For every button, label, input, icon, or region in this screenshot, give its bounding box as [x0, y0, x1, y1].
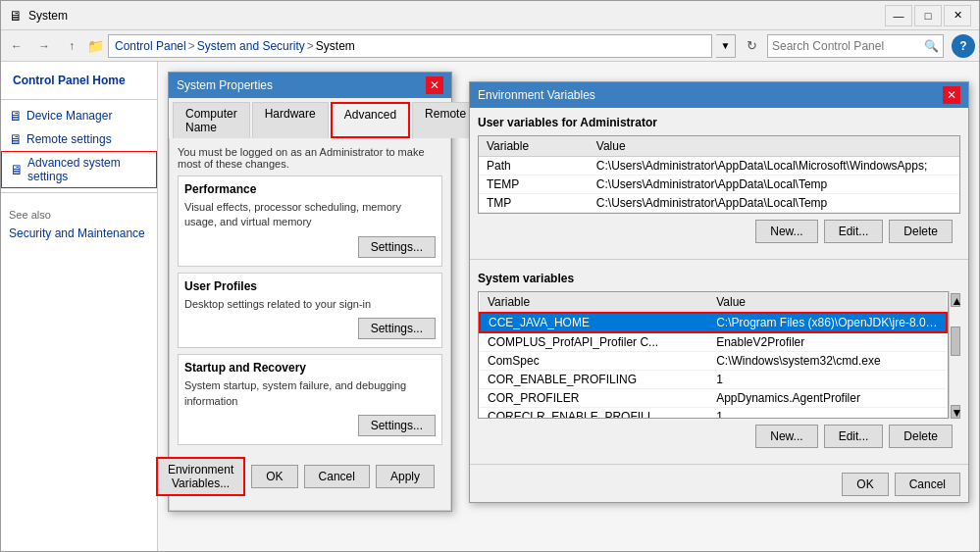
user-var-path-name: Path: [479, 157, 589, 176]
user-profiles-text: Desktop settings related to your sign-in: [184, 297, 436, 312]
env-vars-footer: OK Cancel: [470, 467, 968, 502]
user-var-tmp-value: C:\Users\Administrator\AppData\Local\Tem…: [589, 194, 959, 213]
address-path[interactable]: Control Panel > System and Security > Sy…: [108, 34, 712, 58]
user-var-col-value: Value: [589, 136, 959, 157]
table-row[interactable]: COR_ENABLE_PROFILING 1: [480, 371, 947, 389]
env-section-divider: [470, 259, 968, 260]
startup-recovery-settings-button[interactable]: Settings...: [358, 415, 436, 436]
address-dropdown[interactable]: ▼: [716, 34, 736, 58]
system-props-title: System Properties: [177, 78, 273, 92]
performance-title: Performance: [184, 182, 436, 196]
system-props-ok-button[interactable]: OK: [251, 465, 297, 488]
folder-icon: 📁: [87, 38, 104, 54]
window-title: System: [28, 9, 885, 23]
see-also-security[interactable]: Security and Maintenance: [1, 225, 157, 242]
env-vars-close-button[interactable]: ✕: [943, 86, 960, 104]
user-var-path-value: C:\Users\Administrator\AppData\Local\Mic…: [589, 157, 959, 176]
table-row[interactable]: CORECLR_ENABLE_PROFILI... 1: [480, 408, 947, 420]
close-button[interactable]: ✕: [944, 5, 971, 26]
device-manager-icon: 🖥: [9, 108, 23, 124]
performance-settings-button[interactable]: Settings...: [358, 236, 436, 258]
sys-var-comspec-name: ComSpec: [480, 352, 708, 371]
scroll-thumb[interactable]: [951, 326, 960, 356]
tab-advanced[interactable]: Advanced: [331, 102, 410, 138]
scroll-arrow-down[interactable]: ▼: [951, 405, 960, 419]
remote-settings-icon: 🖥: [9, 131, 23, 147]
sidebar-item-device-manager[interactable]: 🖥 Device Manager: [1, 104, 157, 127]
path-control-panel[interactable]: Control Panel: [115, 39, 186, 53]
minimize-button[interactable]: —: [885, 5, 912, 26]
table-row[interactable]: TEMP C:\Users\Administrator\AppData\Loca…: [479, 176, 959, 194]
tab-computer-name[interactable]: Computer Name: [173, 102, 250, 138]
user-profiles-title: User Profiles: [184, 279, 436, 293]
search-box[interactable]: 🔍: [767, 34, 944, 58]
forward-button[interactable]: →: [32, 34, 56, 58]
user-var-temp-name: TEMP: [479, 176, 589, 194]
main-window: 🖥 System — □ ✕ ← → ↑ 📁 Control Panel > S…: [0, 0, 980, 552]
back-button[interactable]: ←: [5, 34, 28, 58]
sidebar-home[interactable]: Control Panel Home: [1, 70, 157, 95]
system-vars-table-scroll[interactable]: Variable Value CCE_JAVA_HOME C:\Program …: [478, 291, 949, 419]
sys-var-coreclr-enable-name: CORECLR_ENABLE_PROFILI...: [480, 408, 708, 420]
user-vars-new-button[interactable]: New...: [755, 220, 817, 243]
user-var-temp-value: C:\Users\Administrator\AppData\Local\Tem…: [589, 176, 959, 194]
table-row[interactable]: TMP C:\Users\Administrator\AppData\Local…: [479, 194, 959, 213]
table-row[interactable]: Path C:\Users\Administrator\AppData\Loca…: [479, 157, 959, 176]
performance-text: Visual effects, processor scheduling, me…: [184, 200, 436, 230]
sidebar: Control Panel Home 🖥 Device Manager 🖥 Re…: [1, 62, 158, 551]
sys-var-col-value: Value: [708, 292, 947, 313]
startup-recovery-title: Startup and Recovery: [184, 361, 436, 375]
user-vars-section: User variables for Administrator Variabl…: [470, 108, 968, 257]
title-bar: 🖥 System — □ ✕: [1, 1, 979, 30]
env-vars-cancel-button[interactable]: Cancel: [895, 473, 960, 496]
sidebar-divider-2: [1, 192, 157, 193]
window-icon: 🖥: [9, 8, 23, 24]
environment-variables-button[interactable]: Environment Variables...: [156, 457, 245, 496]
remote-settings-label: Remote settings: [26, 132, 112, 146]
scrollbar[interactable]: ▲ ▼: [949, 291, 960, 419]
user-vars-table: Variable Value Path C:\Users\Administrat…: [479, 136, 959, 213]
user-vars-delete-button[interactable]: Delete: [889, 220, 953, 243]
search-icon[interactable]: 🔍: [924, 39, 939, 53]
system-props-close-button[interactable]: ✕: [426, 76, 443, 94]
system-vars-section: System variables Variable Value: [470, 264, 968, 462]
scroll-arrow-up[interactable]: ▲: [951, 293, 960, 307]
table-row[interactable]: COMPLUS_ProfAPI_Profiler C... EnableV2Pr…: [480, 332, 947, 352]
device-manager-label: Device Manager: [26, 109, 112, 123]
sys-var-cor-profiler-name: COR_PROFILER: [480, 389, 708, 408]
system-props-footer: Environment Variables... OK Cancel Apply: [178, 451, 442, 502]
user-vars-table-scroll[interactable]: Variable Value Path C:\Users\Administrat…: [478, 135, 960, 214]
content-area: Control Panel Home 🖥 Device Manager 🖥 Re…: [1, 62, 979, 551]
performance-section: Performance Visual effects, processor sc…: [178, 176, 442, 267]
sidebar-item-advanced-system[interactable]: 🖥 Advanced system settings: [1, 151, 157, 188]
path-system[interactable]: System: [316, 39, 355, 53]
system-vars-delete-button[interactable]: Delete: [889, 425, 953, 448]
system-props-cancel-button[interactable]: Cancel: [304, 465, 370, 488]
table-row[interactable]: COR_PROFILER AppDynamics.AgentProfiler: [480, 389, 947, 408]
up-button[interactable]: ↑: [60, 34, 83, 58]
user-vars-title: User variables for Administrator: [478, 116, 960, 129]
sys-var-cce-value: C:\Program Files (x86)\OpenJDK\jre-8.0.2…: [708, 313, 947, 332]
tab-hardware[interactable]: Hardware: [252, 102, 329, 138]
user-vars-edit-button[interactable]: Edit...: [824, 220, 884, 243]
help-button[interactable]: ?: [952, 34, 975, 58]
system-vars-new-button[interactable]: New...: [755, 425, 817, 448]
env-vars-title-bar: Environment Variables ✕: [470, 82, 968, 108]
address-bar: ← → ↑ 📁 Control Panel > System and Secur…: [1, 30, 979, 62]
sys-var-coreclr-enable-value: 1: [708, 408, 947, 420]
search-input[interactable]: [772, 39, 924, 53]
system-vars-edit-button[interactable]: Edit...: [824, 425, 884, 448]
env-vars-ok-button[interactable]: OK: [842, 473, 888, 496]
user-profiles-settings-button[interactable]: Settings...: [358, 318, 436, 339]
path-system-security[interactable]: System and Security: [197, 39, 305, 53]
sys-var-complus-value: EnableV2Profiler: [708, 332, 947, 352]
sys-var-cor-enable-name: COR_ENABLE_PROFILING: [480, 371, 708, 389]
table-row[interactable]: ComSpec C:\Windows\system32\cmd.exe: [480, 352, 947, 371]
system-props-apply-button[interactable]: Apply: [376, 465, 435, 488]
user-vars-buttons: New... Edit... Delete: [478, 214, 960, 249]
refresh-button[interactable]: ↻: [740, 34, 763, 58]
sidebar-item-remote-settings[interactable]: 🖥 Remote settings: [1, 127, 157, 151]
user-vars-table-container: Variable Value Path C:\Users\Administrat…: [478, 135, 960, 214]
maximize-button[interactable]: □: [914, 5, 942, 26]
table-row[interactable]: CCE_JAVA_HOME C:\Program Files (x86)\Ope…: [480, 313, 947, 332]
